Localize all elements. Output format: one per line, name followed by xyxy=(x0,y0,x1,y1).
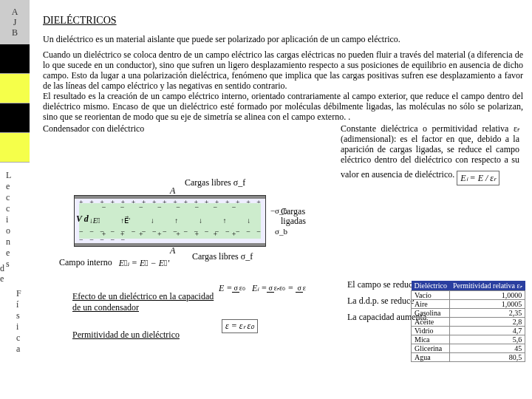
eq-block: E =σε₀ Eᵢ =σεᵣε₀ = σε xyxy=(219,282,306,294)
init-b: B xyxy=(12,27,18,38)
sb-blk3 xyxy=(0,103,30,133)
campo-interno-label: Campo interno xyxy=(59,257,112,267)
init-j: J xyxy=(13,17,17,27)
permittivity-table: DieléctricoPermitividad relativa εᵣ Vací… xyxy=(411,281,525,362)
sb-blk2 xyxy=(0,74,30,103)
left-column: Condensador con dieléctrico xyxy=(43,123,335,185)
sidebar-lecciones: Lecciones xyxy=(6,170,11,270)
minus-row-bot: − − − − − − − − − − − − − − − − − − − − … xyxy=(79,228,265,244)
table-row: Vidrio4,7 xyxy=(412,327,525,335)
th-diel: Dieléctrico xyxy=(412,281,450,291)
txt-campo-reduce: El campo se reduce xyxy=(347,279,417,290)
page-title: DIELÉCTRICOS xyxy=(43,15,523,27)
right-column: Constante dieléctrica o permitividad rel… xyxy=(335,123,519,185)
sb-blk4 xyxy=(0,133,30,163)
cargas-libres-label: Cargas libres σ_f xyxy=(185,177,245,188)
sidebar-fisica: Física xyxy=(16,288,21,355)
campo-interno-row: Campo interno E⃗ᵢ = E⃗ − E⃗' xyxy=(59,257,169,269)
sidebar-de: de xyxy=(0,263,4,284)
txt-ddp-reduce: La d.d.p. se reduce xyxy=(347,296,415,307)
table-row: Agua80,5 xyxy=(412,353,525,362)
sidebar-initials: A J B xyxy=(0,0,30,44)
cargas-libres-bot: Cargas libres σ_f xyxy=(192,251,253,262)
sidebar: A J B xyxy=(0,0,30,399)
th-er: Permitividad relativa εᵣ xyxy=(450,281,525,291)
table-row: Gasolina2,35 xyxy=(412,309,525,318)
table-row: Mica5,6 xyxy=(412,335,525,344)
capacitor-diagram: A + + + + + + + + + + + + + + + + + + + … xyxy=(74,195,266,247)
table-row: Glicerina45 xyxy=(412,344,525,353)
vd-label: V d xyxy=(76,214,89,225)
link-permitividad[interactable]: Permitividad de un dieléctrico xyxy=(72,330,220,341)
table-row: Aire1,0005 xyxy=(412,300,525,309)
eq-ei-er: Eᵢ = E / εᵣ xyxy=(457,171,499,185)
eq-eps: ε = εᵣ ε₀ xyxy=(222,319,258,333)
minus-row: − − − − − − − − xyxy=(79,203,261,212)
main-content: DIELÉCTRICOS Un dieléctrico es un materi… xyxy=(43,15,523,185)
body-text-2: El resultado es la creación de un campo … xyxy=(43,91,523,122)
body-text-1: Cuando un dieléctrico se coloca dentro d… xyxy=(43,50,523,91)
sigma-b-pos: σ_b xyxy=(275,227,287,236)
condensador-label: Condensador con dieléctrico xyxy=(43,123,335,134)
label-A-top: A xyxy=(170,185,175,197)
label-A-bot: A xyxy=(170,245,175,256)
intro-text: Un dieléctrico es un material aislante q… xyxy=(43,34,523,45)
table-row: Aceite2,8 xyxy=(412,318,525,327)
init-a: A xyxy=(12,7,18,17)
cargas-ligadas-label: Cargas ligadas xyxy=(281,207,306,226)
eq-ei: E⃗ᵢ = E⃗ − E⃗' xyxy=(119,258,169,268)
link-efecto[interactable]: Efecto de un dieléctrico en la capacidad… xyxy=(72,291,220,313)
table-row: Vacío1,0000 xyxy=(412,291,525,300)
sb-blk1 xyxy=(0,44,30,74)
